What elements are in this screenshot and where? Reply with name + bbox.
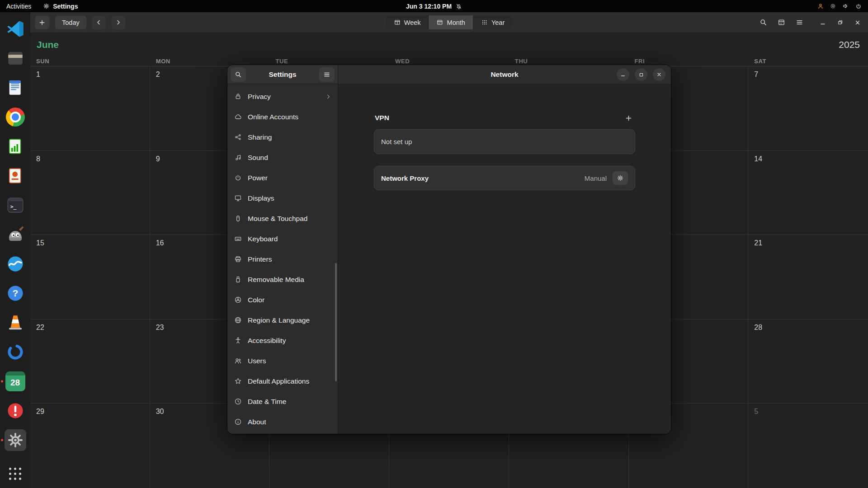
sidebar-item-default-applications[interactable]: Default Applications [227,371,338,391]
sidebar-item-removable-media[interactable]: Removable Media [227,269,338,290]
dock-item-files[interactable] [5,47,26,69]
view-week-button[interactable]: Week [386,15,429,29]
view-switcher: WeekMonthYear [386,15,512,29]
settings-gear-icon [43,3,50,9]
vpn-empty-row: Not set up [374,129,635,154]
tray-person-icon[interactable] [817,3,824,9]
calendar-cell[interactable]: 14 [748,151,868,235]
sidebar-item-sound[interactable]: Sound [227,147,338,168]
sound-icon [234,154,242,161]
view-month-button[interactable]: Month [429,15,473,29]
volume-icon[interactable] [842,3,849,9]
settings-main-pane: Network VPN Not set up Network Proxy [338,65,671,434]
next-month-button[interactable] [112,16,125,29]
settings-maximize-button[interactable] [635,68,647,81]
sidebar-item-date-time[interactable]: Date & Time [227,391,338,412]
calendar-cell[interactable]: 7 [748,66,868,151]
sidebar-item-about[interactable]: About [227,412,338,432]
calendar-cell[interactable]: 28 [748,319,868,404]
day-number: 1 [30,66,40,79]
dock-item-terminal[interactable]: >_ [5,194,26,216]
dock-item-gimp[interactable] [5,224,26,245]
calendar-cell[interactable]: 22 [30,319,150,404]
sidebar-item-online-accounts[interactable]: Online Accounts [227,107,338,127]
sidebar-title: Settings [246,70,319,79]
focused-app-menu[interactable]: Settings [43,3,78,10]
sidebar-search-button[interactable] [231,67,246,82]
day-number: 28 [748,319,762,332]
calendar-cell[interactable]: 15 [30,235,150,319]
calendar-cell[interactable]: 1 [30,66,150,151]
sidebar-item-accessibility[interactable]: Accessibility [227,330,338,351]
dock-item-chrome[interactable] [5,106,26,128]
view-year-button[interactable]: Year [473,15,512,29]
sidebar-item-sharing[interactable]: Sharing [227,127,338,147]
dock: >_?28 [0,12,30,488]
new-event-button[interactable] [35,16,49,29]
dock-item-impress[interactable] [5,165,26,187]
sidebar-item-mouse-touchpad[interactable]: Mouse & Touchpad [227,208,338,229]
day-number: 30 [150,404,164,416]
power-icon[interactable] [855,3,862,9]
activities-button[interactable]: Activities [6,3,31,10]
dock-item-vlc[interactable] [5,312,26,333]
page-title: Network [491,70,518,79]
desktop: Activities Settings Jun 3 12:10 PM >_?28… [0,0,868,488]
sidebar-item-color[interactable]: Color [227,290,338,310]
dock-item-calendar[interactable]: 28 [5,371,26,392]
dock-item-vscode[interactable] [5,18,26,40]
sidebar-menu-button[interactable] [319,67,335,82]
power-icon [234,174,242,182]
restore-button[interactable] [837,19,844,26]
settings-close-button[interactable] [653,68,665,81]
dock-item-help[interactable]: ? [5,282,26,304]
calendar-cell[interactable]: 8 [30,151,150,235]
sidebar-item-users[interactable]: Users [227,351,338,371]
weekday-label: THU [509,58,629,65]
calendar-cell[interactable]: 5 [748,404,868,488]
sidebar-item-privacy[interactable]: Privacy [227,86,338,107]
calendar-cell[interactable]: 21 [748,235,868,319]
dock-item-appgrid[interactable] [5,463,26,484]
sidebar-item-keyboard[interactable]: Keyboard [227,229,338,249]
prev-month-button[interactable] [92,16,106,29]
search-button[interactable] [760,19,767,26]
users-icon [234,357,242,365]
sidebar-scrollbar[interactable] [335,263,337,381]
dock-item-writer[interactable] [5,77,26,99]
record-indicator-icon[interactable] [830,3,836,9]
dock-item-calc[interactable] [5,136,26,157]
sidebar-item-label: Region & Language [248,316,310,324]
dock-item-bluering[interactable] [5,341,26,363]
today-button[interactable]: Today [55,16,86,29]
sidebar-item-power[interactable]: Power [227,168,338,188]
dock-item-alert[interactable] [5,400,26,422]
weekday-label: TUE [269,58,389,65]
vpn-empty-label: Not set up [381,138,412,145]
sidebar-item-region-language[interactable]: Region & Language [227,310,338,330]
network-proxy-row[interactable]: Network Proxy Manual [374,166,635,190]
menu-button[interactable] [796,19,803,26]
close-button[interactable] [854,19,861,26]
calendars-panel-button[interactable] [778,19,785,26]
calendar-cell[interactable]: 29 [30,404,150,488]
clock-label: Jun 3 12:10 PM [406,3,452,10]
add-vpn-button[interactable] [622,111,635,125]
settings-sidebar: Settings PrivacyOnline AccountsSharingSo… [227,65,338,434]
dock-item-settings[interactable] [5,429,26,451]
clock-menu[interactable]: Jun 3 12:10 PM [406,0,462,12]
chrome-icon [6,108,25,127]
alert-icon [6,401,25,420]
minimize-button[interactable] [819,19,826,26]
sidebar-item-printers[interactable]: Printers [227,249,338,269]
sidebar-item-displays[interactable]: Displays [227,188,338,208]
month-view-icon [437,19,443,26]
proxy-settings-button[interactable] [613,171,628,185]
dock-item-bluewave[interactable] [5,253,26,275]
sidebar-item-label: Sharing [248,133,272,141]
settings-minimize-button[interactable] [617,68,629,81]
display-icon [234,194,242,202]
system-status-area[interactable] [817,3,862,9]
sidebar-item-label: Online Accounts [248,113,298,121]
running-indicator [1,380,3,383]
